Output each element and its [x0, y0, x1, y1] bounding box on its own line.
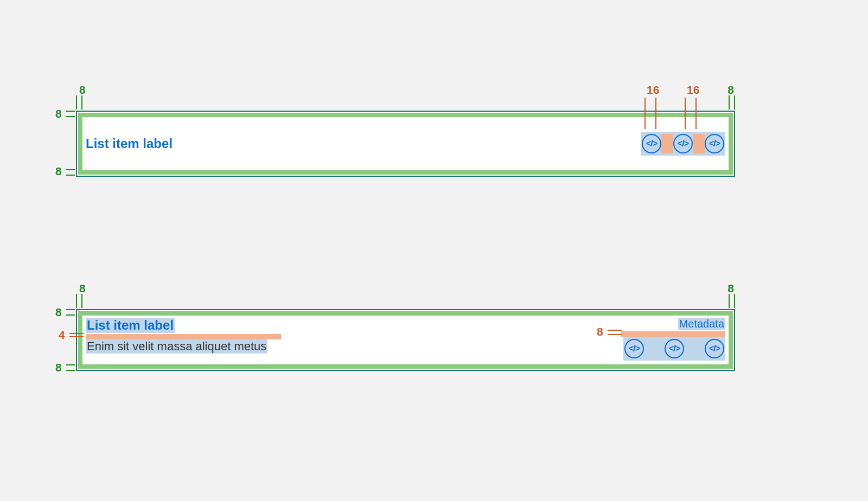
- icon-slot-row: </> </> </>: [623, 337, 725, 361]
- code-icon: </>: [642, 134, 661, 153]
- padding-left-annotation: 8: [79, 84, 86, 97]
- padding-left-annotation: 8: [79, 282, 86, 295]
- padding-bottom-annotation: 8: [55, 165, 62, 178]
- list-item-spec-two-row: List item label Enim sit velit massa ali…: [76, 309, 735, 371]
- code-icon: </>: [624, 339, 644, 358]
- list-item-label: List item label: [86, 318, 175, 333]
- padding-top-annotation: 8: [55, 306, 62, 319]
- list-item-spec-single-row: List item label </> </> </>: [76, 111, 735, 177]
- code-icon: </>: [673, 134, 693, 153]
- spacing-highlight: [661, 134, 673, 153]
- code-icon: </>: [705, 339, 724, 358]
- padding-right-annotation: 8: [727, 84, 734, 97]
- icon-slot-row: </> </> </>: [641, 132, 725, 156]
- list-item-description: Enim sit velit massa aliquet metus: [86, 339, 267, 354]
- code-icon: </>: [705, 134, 724, 153]
- label-desc-gap-annotation: 4: [59, 329, 65, 342]
- padding-right-annotation: 8: [727, 282, 734, 295]
- padding-top-annotation: 8: [55, 107, 62, 120]
- spacing-highlight: [693, 134, 705, 153]
- list-item-metadata: Metadata: [678, 318, 725, 330]
- spacing-highlight: [621, 331, 725, 337]
- spacing-highlight: [86, 334, 281, 339]
- code-icon: </>: [665, 339, 684, 358]
- icon-gap-annotation: 16: [687, 84, 699, 97]
- padding-bottom-annotation: 8: [55, 361, 62, 374]
- list-item-label: List item label: [86, 136, 173, 151]
- icon-gap-annotation: 16: [647, 84, 659, 97]
